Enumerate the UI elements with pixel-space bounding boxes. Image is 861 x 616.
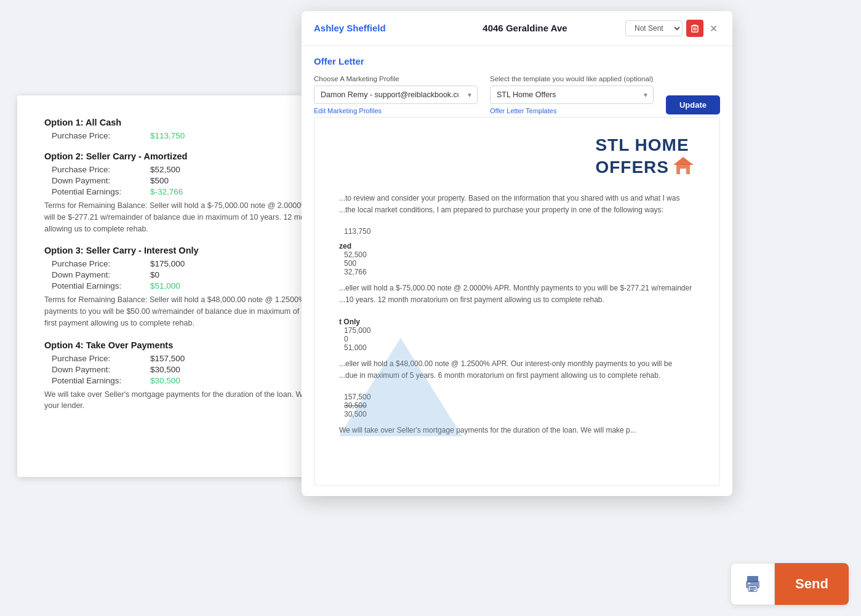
- offer-letter-templates-link[interactable]: Offer Letter Templates: [490, 107, 654, 114]
- marketing-profile-label: Choose A Marketing Profile: [314, 75, 478, 82]
- svg-rect-14: [748, 583, 750, 584]
- house-icon: [671, 155, 695, 180]
- logo-line2: OFFERS: [595, 155, 695, 180]
- svg-rect-13: [750, 590, 754, 591]
- option3-potential-earnings-value: $51,000: [150, 281, 180, 290]
- form-actions-row: Choose A Marketing Profile Damon Remy - …: [314, 75, 720, 114]
- preview-partial-content: ...to review and consider your property.…: [314, 193, 719, 436]
- template-group: Select the template you would like appli…: [490, 75, 654, 114]
- close-button[interactable]: ✕: [707, 22, 720, 36]
- option2-down-payment-label: Down Payment:: [52, 176, 150, 185]
- print-button[interactable]: [731, 563, 775, 605]
- printer-icon: [743, 574, 763, 594]
- modal-header-right: Not Sent Sent Viewed Accepted Declined: [625, 20, 720, 37]
- preview-logo-area: STL HOME OFFERS: [314, 118, 719, 193]
- preview-option2-title: zed: [339, 242, 695, 250]
- offer-letter-modal: Ashley Sheffield 4046 Geraldine Ave Not …: [302, 11, 732, 496]
- status-select[interactable]: Not Sent Sent Viewed Accepted Declined: [625, 20, 683, 36]
- svg-marker-5: [673, 157, 694, 165]
- preview-option2-terms: ...eller will hold a $-75,000.00 note @ …: [339, 282, 695, 306]
- option2-potential-earnings-value: $-32,766: [150, 187, 183, 196]
- option3-down-payment-value: $0: [150, 270, 159, 279]
- preview-option2-down: 500: [339, 259, 695, 268]
- stl-home-offers-logo: STL HOME OFFERS: [595, 136, 695, 180]
- offer-letter-preview: STL HOME OFFERS: [314, 117, 720, 486]
- template-select[interactable]: STL Home Offers: [490, 86, 654, 104]
- option4-down-payment-value: $30,500: [150, 365, 180, 374]
- preview-option1-price: 113,750: [339, 227, 695, 236]
- modal-contact-name: Ashley Sheffield: [314, 23, 386, 33]
- marketing-profile-group: Choose A Marketing Profile Damon Remy - …: [314, 75, 478, 114]
- logo-line1: STL HOME: [595, 136, 689, 155]
- option4-purchase-price-label: Purchase Price:: [52, 354, 150, 363]
- preview-intro-text: ...to review and consider your property.…: [339, 193, 695, 216]
- option1-purchase-price-label: Purchase Price:: [52, 131, 150, 140]
- svg-rect-7: [680, 169, 686, 174]
- preview-option2: zed 52,500 500 32,766: [339, 242, 695, 276]
- offer-letter-section-title: Offer Letter: [314, 56, 720, 66]
- svg-rect-11: [750, 587, 756, 588]
- bottom-actions: Send: [731, 563, 849, 605]
- modal-header-center: 4046 Geraldine Ave: [425, 23, 625, 34]
- option4-potential-earnings-value: $30,500: [150, 376, 180, 385]
- modal-header-top: Ashley Sheffield 4046 Geraldine Ave Not …: [314, 20, 720, 37]
- option2-down-payment-value: $500: [150, 176, 169, 185]
- option4-down-payment-label: Down Payment:: [52, 365, 150, 374]
- option2-purchase-price-value: $52,500: [150, 165, 180, 174]
- option3-down-payment-label: Down Payment:: [52, 270, 150, 279]
- delete-button[interactable]: [686, 20, 703, 37]
- svg-rect-12: [750, 589, 756, 590]
- modal-property-address: 4046 Geraldine Ave: [483, 23, 567, 33]
- option2-purchase-price-label: Purchase Price:: [52, 165, 150, 174]
- option3-potential-earnings-label: Potential Earnings:: [52, 281, 150, 290]
- option4-purchase-price-value: $157,500: [150, 354, 185, 363]
- preview-option3-price: 175,000: [339, 326, 695, 335]
- decorative-triangle: [339, 338, 462, 436]
- edit-marketing-profiles-link[interactable]: Edit Marketing Profiles: [314, 107, 478, 114]
- option1-purchase-price-value: $113,750: [150, 131, 185, 140]
- template-select-wrapper: STL Home Offers ▼: [490, 86, 654, 104]
- send-label: Send: [795, 576, 828, 592]
- option2-potential-earnings-label: Potential Earnings:: [52, 187, 150, 196]
- preview-option1: 113,750: [339, 227, 695, 236]
- send-button[interactable]: Send: [775, 563, 849, 605]
- option4-potential-earnings-label: Potential Earnings:: [52, 376, 150, 385]
- marketing-profile-select-wrapper: Damon Remy - support@reiblackbook.com ▼: [314, 86, 478, 104]
- preview-option2-price: 52,500: [339, 250, 695, 259]
- marketing-profile-select[interactable]: Damon Remy - support@reiblackbook.com: [314, 86, 478, 104]
- option3-purchase-price-value: $175,000: [150, 259, 185, 268]
- update-button[interactable]: Update: [666, 95, 720, 114]
- preview-option2-earnings: 32,766: [339, 268, 695, 276]
- modal-body: Offer Letter Choose A Marketing Profile …: [302, 46, 732, 496]
- trash-icon: [691, 24, 699, 33]
- option3-purchase-price-label: Purchase Price:: [52, 259, 150, 268]
- template-label: Select the template you would like appli…: [490, 75, 654, 82]
- modal-header: Ashley Sheffield 4046 Geraldine Ave Not …: [302, 11, 732, 46]
- preview-option3-title: t Only: [339, 318, 695, 326]
